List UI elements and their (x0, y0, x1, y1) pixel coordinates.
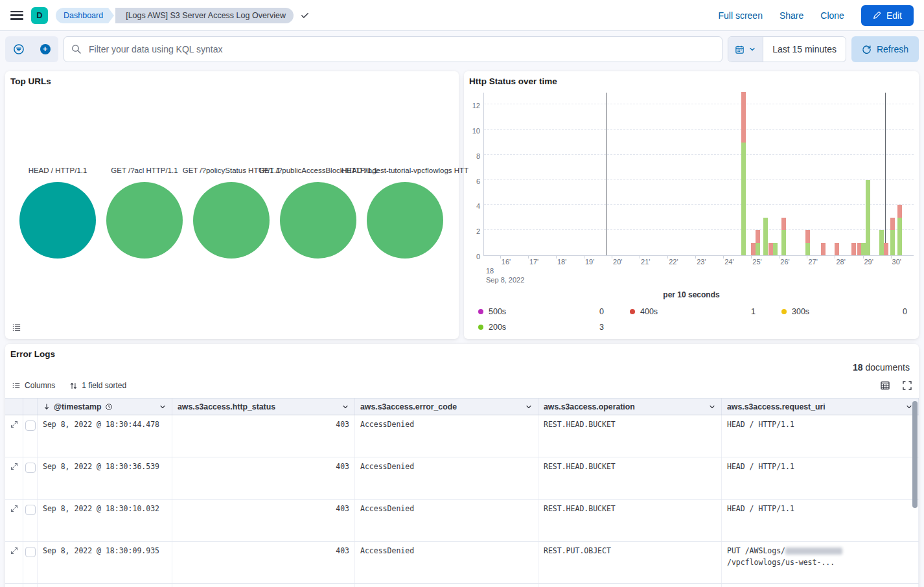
add-filter-button[interactable]: + (32, 44, 58, 54)
bar-400s[interactable] (751, 243, 756, 255)
pie-slice[interactable] (106, 182, 183, 259)
document-count: 18 documents (853, 362, 910, 373)
x-tick (556, 256, 557, 259)
refresh-button[interactable]: Refresh (851, 36, 919, 62)
x-tick (667, 256, 668, 259)
bar-400s[interactable] (835, 243, 839, 255)
legend-item[interactable]: 400s1 (630, 307, 756, 316)
row-checkbox[interactable] (25, 463, 36, 473)
full-screen-link[interactable]: Full screen (718, 10, 762, 21)
table-row[interactable]: Sep 8, 2022 @ 18:30:10.032403AccessDenie… (5, 500, 919, 542)
bar-200s[interactable] (773, 243, 778, 255)
bar-400s[interactable] (768, 243, 773, 255)
breadcrumb-current-dashboard[interactable]: [Logs AWS] S3 Server Access Log Overview (115, 8, 294, 23)
y-tick-label: 4 (476, 202, 480, 210)
legend-item[interactable]: 300s0 (781, 307, 907, 316)
pie-label: HEAD / HTTP/1.1 (29, 167, 87, 174)
legend-item[interactable]: 500s0 (478, 307, 604, 316)
x-axis-labels: 16'17'18'19'20'21'22'23'24'25'26'27'28'2… (483, 256, 914, 266)
space-avatar[interactable]: D (31, 7, 48, 24)
table-scrollbar[interactable] (912, 401, 918, 508)
display-options-icon[interactable] (880, 380, 890, 391)
bar-400s[interactable] (781, 218, 786, 230)
bar-200s[interactable] (890, 230, 895, 255)
fullscreen-icon[interactable] (902, 380, 912, 391)
panel-title: Top URLs (5, 71, 459, 86)
x-tick-label: 21' (641, 258, 650, 266)
pie-slice[interactable] (193, 182, 270, 259)
cell-error_code: AccessDenied (355, 542, 538, 583)
cell-timestamp: Sep 8, 2022 @ 18:30:10.032 (38, 500, 172, 541)
column-header-request_uri[interactable]: aws.s3access.request_uri (722, 398, 919, 415)
cell-request_uri: HEAD / HTTP/1.1 (722, 457, 919, 499)
date-quick-select-button[interactable] (728, 37, 763, 62)
pie-chart[interactable]: GET /?policyStatus HTTP/1.1 (188, 167, 275, 259)
expand-icon[interactable] (10, 547, 18, 555)
y-tick-label: 10 (472, 127, 480, 135)
share-link[interactable]: Share (780, 10, 803, 21)
columns-button[interactable]: Columns (12, 381, 55, 390)
row-checkbox[interactable] (25, 505, 36, 515)
expand-row-cell (5, 457, 23, 499)
row-checkbox[interactable] (25, 420, 36, 431)
pie-chart[interactable]: HEAD / HTTP/1.1 (14, 167, 101, 259)
legend-toggle-icon[interactable] (12, 323, 21, 332)
bar-400s[interactable] (890, 218, 895, 230)
edit-button[interactable]: Edit (861, 5, 914, 26)
expand-icon[interactable] (10, 463, 18, 470)
legend-item[interactable]: 200s3 (478, 323, 604, 332)
row-checkbox[interactable] (25, 547, 36, 557)
cell-operation: REST.HEAD.BUCKET (538, 457, 722, 499)
column-header-http_status[interactable]: aws.s3access.http_status (172, 398, 355, 415)
bar-400s[interactable] (756, 230, 760, 242)
bar-400s[interactable] (821, 243, 826, 255)
pie-chart[interactable]: HEAD /ingest-tutorial-vpcflowlogs HTT (362, 167, 448, 259)
bar-200s[interactable] (741, 143, 746, 255)
cell-request_uri: HEAD / HTTP/1.1 (722, 500, 919, 541)
x-tick-label: 23' (697, 258, 706, 266)
saved-query-icon[interactable] (5, 43, 32, 55)
pie-chart[interactable]: GET /?publicAccessBlock HTTP/1.1 (275, 167, 362, 259)
panel-http-status: Http Status over time 024681012 16'17'18… (464, 71, 919, 339)
bar-200s[interactable] (763, 218, 768, 255)
expand-icon[interactable] (10, 505, 18, 512)
bar-200s[interactable] (756, 243, 760, 255)
time-range-value[interactable]: Last 15 minutes (763, 44, 846, 54)
column-header-operation[interactable]: aws.s3access.operation (538, 398, 722, 415)
bar-200s[interactable] (879, 230, 884, 255)
error-logs-table: @timestampaws.s3access.http_statusaws.s3… (5, 398, 919, 587)
bar-plot-area[interactable] (483, 93, 914, 256)
bar-400s[interactable] (897, 205, 902, 217)
bar-200s[interactable] (866, 180, 870, 255)
column-header-timestamp[interactable]: @timestamp (38, 398, 172, 415)
bar-400s[interactable] (884, 243, 888, 255)
pie-slice[interactable] (367, 182, 443, 259)
bar-200s[interactable] (805, 243, 810, 255)
bar-200s[interactable] (781, 230, 786, 255)
bar-400s[interactable] (741, 92, 746, 143)
y-tick-label: 12 (472, 102, 480, 109)
pie-slice[interactable] (280, 182, 356, 259)
expand-icon[interactable] (10, 420, 18, 428)
sort-fields-button[interactable]: 1 field sorted (69, 381, 126, 390)
table-row[interactable]: Sep 8, 2022 @ 18:30:36.539403AccessDenie… (5, 457, 919, 500)
breadcrumb-dashboard[interactable]: Dashboard (56, 8, 108, 23)
pie-slice[interactable] (19, 182, 96, 259)
clone-link[interactable]: Clone (820, 10, 844, 21)
table-row[interactable]: Sep 8, 2022 @ 18:30:44.478403AccessDenie… (5, 415, 919, 457)
cell-operation: REST.HEAD.BUCKET (538, 415, 722, 457)
pie-chart[interactable]: GET /?acl HTTP/1.1 (101, 167, 188, 259)
table-row[interactable] (5, 584, 919, 587)
kql-search-input[interactable] (64, 36, 722, 62)
bar-400s[interactable] (805, 230, 810, 242)
bar-200s[interactable] (897, 218, 902, 255)
cell-error_code: AccessDenied (355, 457, 538, 499)
menu-icon[interactable] (10, 11, 23, 20)
x-tick (835, 256, 835, 259)
table-row[interactable]: Sep 8, 2022 @ 18:30:09.935403AccessDenie… (5, 542, 919, 584)
cell-http_status: 403 (172, 500, 355, 541)
bar-200s[interactable] (861, 243, 866, 255)
column-header-error_code[interactable]: aws.s3access.error_code (355, 398, 538, 415)
x-tick-label: 19' (585, 258, 594, 266)
bar-400s[interactable] (851, 243, 856, 255)
